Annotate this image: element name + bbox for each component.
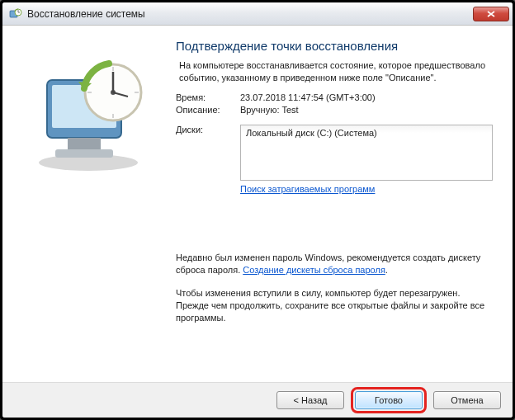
- content-area: Подтверждение точки восстановления На ко…: [176, 39, 493, 375]
- close-button[interactable]: [473, 7, 509, 21]
- page-heading: Подтверждение точки восстановления: [176, 39, 493, 53]
- restore-icon: [9, 7, 22, 21]
- intro-text: На компьютере восстанавливается состояни…: [176, 59, 493, 84]
- restore-illustration: [22, 39, 163, 375]
- svg-rect-5: [68, 138, 101, 149]
- dialog-window: Восстановление системы: [2, 2, 513, 418]
- cancel-button[interactable]: Отмена: [433, 391, 501, 409]
- finish-button[interactable]: Готово: [355, 391, 423, 409]
- time-value: 23.07.2018 11:47:54 (GMT+3:00): [240, 92, 493, 102]
- titlebar[interactable]: Восстановление системы: [2, 2, 513, 26]
- disks-row: Диски: Локальный диск (C:) (Система): [176, 125, 493, 181]
- back-button[interactable]: < Назад: [276, 391, 344, 409]
- restart-note: Чтобы изменения вступили в силу, компьют…: [176, 287, 493, 324]
- window-title: Восстановление системы: [27, 8, 473, 20]
- scan-programs-link[interactable]: Поиск затрагиваемых программ: [240, 184, 375, 194]
- password-note: Недавно был изменен пароль Windows, реко…: [176, 252, 493, 276]
- time-label: Время:: [176, 92, 240, 102]
- disks-label: Диски:: [176, 125, 240, 181]
- description-row: Описание: Вручную: Test: [176, 105, 493, 115]
- svg-rect-6: [55, 149, 113, 158]
- description-value: Вручную: Test: [240, 105, 493, 115]
- disks-listbox[interactable]: Локальный диск (C:) (Система): [240, 125, 493, 181]
- dialog-body: Подтверждение точки восстановления На ко…: [2, 26, 513, 382]
- close-icon: [487, 11, 495, 17]
- time-row: Время: 23.07.2018 11:47:54 (GMT+3:00): [176, 92, 493, 102]
- description-label: Описание:: [176, 105, 240, 115]
- dialog-footer: < Назад Готово Отмена: [2, 382, 513, 418]
- password-reset-link[interactable]: Создание дискеты сброса пароля: [243, 264, 385, 276]
- finish-highlight: Готово: [351, 387, 427, 413]
- disk-item[interactable]: Локальный диск (C:) (Система): [246, 128, 487, 138]
